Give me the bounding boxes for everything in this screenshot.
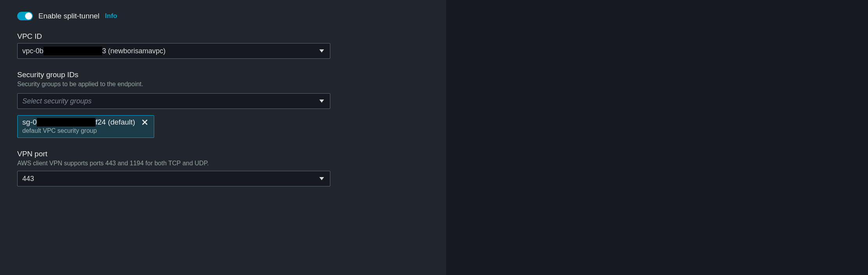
security-group-token-description: default VPC security group bbox=[22, 127, 149, 134]
vpc-id-field: VPC ID vpc-0b 3 (newborisamavpc) bbox=[17, 32, 429, 59]
vpn-port-description: AWS client VPN supports ports 443 and 11… bbox=[17, 160, 429, 167]
sg-id-suffix: f24 (default) bbox=[95, 118, 135, 127]
security-group-field: Security group IDs Security groups to be… bbox=[17, 71, 429, 138]
info-link[interactable]: Info bbox=[105, 12, 117, 20]
chevron-down-icon bbox=[318, 175, 325, 182]
redacted-block bbox=[37, 118, 95, 127]
vpc-id-prefix: vpc-0b bbox=[22, 47, 43, 55]
security-group-placeholder: Select security groups bbox=[22, 97, 92, 105]
security-group-token-id: sg-0 f24 (default) bbox=[22, 118, 135, 127]
vpc-id-label: VPC ID bbox=[17, 32, 429, 41]
security-group-description: Security groups to be applied to the end… bbox=[17, 81, 429, 88]
vpn-port-select[interactable]: 443 bbox=[17, 171, 330, 186]
form-panel: Enable split-tunnel Info VPC ID vpc-0b 3… bbox=[0, 0, 446, 275]
chevron-down-icon bbox=[318, 98, 325, 105]
vpn-port-value: 443 bbox=[22, 175, 34, 183]
split-tunnel-label: Enable split-tunnel bbox=[38, 12, 99, 20]
redacted-block bbox=[43, 47, 102, 55]
chevron-down-icon bbox=[318, 47, 325, 54]
security-group-select[interactable]: Select security groups bbox=[17, 93, 330, 109]
security-group-label: Security group IDs bbox=[17, 71, 429, 79]
remove-token-button[interactable] bbox=[140, 118, 149, 127]
split-tunnel-row: Enable split-tunnel Info bbox=[17, 12, 429, 20]
vpn-port-label: VPN port bbox=[17, 150, 429, 158]
vpc-id-suffix: 3 (newborisamavpc) bbox=[102, 47, 166, 55]
vpc-id-select[interactable]: vpc-0b 3 (newborisamavpc) bbox=[17, 43, 330, 59]
security-group-token: sg-0 f24 (default) default VPC security … bbox=[17, 115, 154, 138]
sg-id-prefix: sg-0 bbox=[22, 118, 37, 127]
right-empty-panel bbox=[446, 0, 868, 275]
split-tunnel-toggle[interactable] bbox=[17, 12, 33, 20]
vpn-port-field: VPN port AWS client VPN supports ports 4… bbox=[17, 150, 429, 186]
vpc-id-value: vpc-0b 3 (newborisamavpc) bbox=[22, 47, 166, 55]
security-group-token-top: sg-0 f24 (default) bbox=[22, 118, 149, 127]
